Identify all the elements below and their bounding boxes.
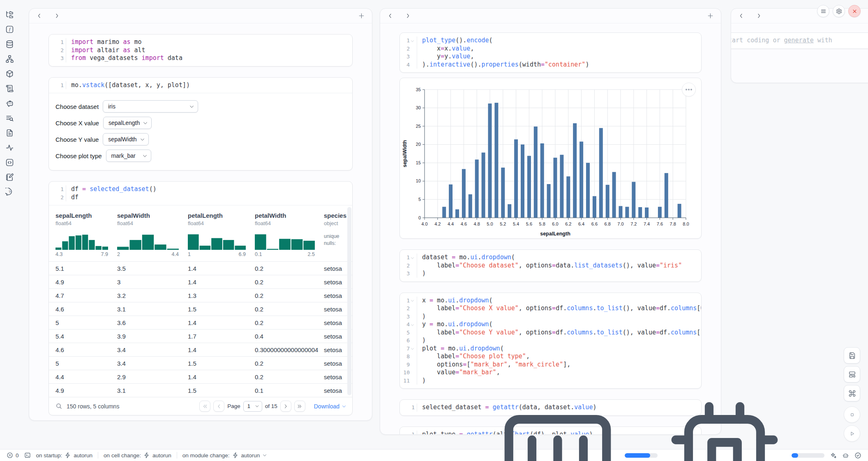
sidebar-item-scratchpad[interactable] [3, 173, 16, 182]
chart-actions-button[interactable] [682, 83, 696, 97]
code-token: value [422, 369, 455, 376]
chevron-down-icon [140, 137, 145, 142]
sidebar-item-file-tree[interactable] [3, 10, 16, 19]
column-prev-button[interactable] [36, 13, 42, 19]
choose-x-value-select[interactable]: sepalLength [103, 117, 152, 129]
line-number: 1 [60, 38, 64, 46]
table-row[interactable]: 4.42.91.40.2setosa [49, 370, 352, 383]
sparkles-button[interactable] [830, 452, 837, 459]
line-number: 3 [60, 54, 64, 62]
svg-text:5.8: 5.8 [539, 221, 545, 226]
code-token: (), value [623, 304, 656, 312]
fold-chevron-icon[interactable] [410, 323, 415, 327]
code-line: 11) [400, 377, 701, 385]
last-page-button[interactable] [294, 401, 305, 412]
sidebar-item-logs[interactable] [3, 113, 16, 122]
table-column-header[interactable]: petalWidthfloat640.12.5 [255, 212, 324, 257]
code-text: mo.vstack([dataset, x, y, plot]) [66, 81, 190, 90]
sidebar-item-snippets[interactable] [3, 158, 16, 167]
code-token: ui [470, 254, 478, 261]
check-circle-button[interactable] [854, 452, 861, 459]
table-row[interactable]: 53.61.40.2setosa [49, 316, 352, 329]
next-page-button[interactable] [280, 401, 291, 412]
code-text: ) [417, 337, 426, 345]
code-editor[interactable]: 1x = mo.ui.dropdown(2 label="Choose X va… [400, 293, 701, 389]
add-cell-button[interactable] [358, 12, 365, 19]
settings-button[interactable] [833, 5, 845, 17]
table-scroll-area[interactable]: sepalLengthfloat644.37.9sepalWidthfloat6… [49, 205, 352, 397]
code-token: = [429, 297, 433, 304]
column-prev-button[interactable] [387, 13, 393, 19]
fold-chevron-icon[interactable] [410, 299, 415, 303]
choose-plot-type-select[interactable]: mark_bar [106, 150, 151, 162]
sidebar-item-help[interactable]: ? [3, 187, 16, 196]
sidebar-item-database[interactable] [3, 39, 16, 48]
table-row[interactable]: 53.41.50.2setosa [49, 356, 352, 370]
prev-page-button[interactable] [213, 401, 224, 412]
table-scrollbar[interactable] [347, 207, 351, 395]
layout-button[interactable] [844, 366, 860, 383]
table-row[interactable]: 5.13.51.40.2setosa [49, 261, 352, 275]
column-min: 1 [188, 251, 191, 257]
generate-with-ai-link[interactable]: generate [784, 37, 814, 44]
choose-y-value-select[interactable]: sepalWidth [103, 133, 149, 145]
code-editor[interactable]: 1plot_type().encode(2 x=x.value,3 y=y.va… [400, 33, 701, 72]
page-select[interactable]: 1 [243, 401, 262, 412]
code-editor[interactable]: 1dataset = mo.ui.dropdown(2 label="Choos… [400, 250, 701, 281]
close-button[interactable] [848, 5, 861, 17]
error-count[interactable]: 0 [7, 452, 19, 459]
fold-chevron-icon[interactable] [410, 256, 415, 260]
terminal-button[interactable] [24, 452, 31, 459]
table-cell: 0.4 [255, 333, 324, 340]
table-column-header[interactable]: sepalLengthfloat644.37.9 [55, 212, 117, 257]
code-editor[interactable]: 1mo.vstack([dataset, x, y, plot]) [49, 78, 352, 93]
code-editor[interactable]: 1import marimo as mo2import altair as al… [49, 35, 352, 66]
runtime-setting-3[interactable]: on module change:autorun [182, 452, 268, 459]
first-page-button[interactable] [199, 401, 210, 412]
control-row: Choose Y valuesepalWidth [55, 133, 346, 145]
runtime-setting-2[interactable]: on cell change:autorun [104, 452, 171, 459]
code-editor[interactable]: 1Start coding or generate with [731, 33, 868, 48]
line-number: 3 [406, 270, 410, 278]
table-row[interactable]: 5.43.91.70.4setosa [49, 329, 352, 343]
line-number-gutter: 4 [400, 320, 417, 329]
table-row[interactable]: 4.63.11.50.2setosa [49, 302, 352, 316]
table-row[interactable]: 4.63.41.40.30000000000000004setosa [49, 343, 352, 356]
table-column-header[interactable]: sepalWidthfloat6424.4 [117, 212, 188, 257]
table-row[interactable]: 4.93.11.50.1setosa [49, 383, 352, 397]
column-next-button[interactable] [405, 13, 411, 19]
help-icon: ? [5, 188, 14, 196]
sidebar-item-function[interactable]: f [3, 25, 16, 34]
fold-chevron-icon[interactable] [410, 347, 415, 351]
bar-chart[interactable]: 4.04.24.44.64.85.05.25.45.65.86.06.26.46… [400, 78, 701, 238]
column-prev-button[interactable] [738, 13, 744, 19]
sidebar-item-documentation[interactable] [3, 128, 16, 137]
choose-dataset-select[interactable]: iris [103, 100, 198, 113]
sidebar-item-script[interactable] [3, 84, 16, 93]
table-row[interactable]: 4.931.40.2setosa [49, 275, 352, 288]
runtime-setting-1[interactable]: on startup:autorun [36, 452, 93, 459]
chevron-down-icon [189, 104, 194, 109]
save-button[interactable] [844, 347, 860, 364]
search-icon[interactable] [55, 403, 62, 410]
sidebar-item-package[interactable] [3, 69, 16, 78]
code-editor[interactable]: 1df = selected_dataset()2df [49, 182, 352, 205]
table-row[interactable]: 4.73.21.30.2setosa [49, 288, 352, 302]
sidebar-item-chat[interactable] [3, 99, 16, 108]
y-axis-title: sepalWidth [402, 140, 408, 168]
table-column-header[interactable]: petalLengthfloat6416.9 [188, 212, 255, 257]
code-token: , [470, 53, 474, 60]
code-line: 1df = selected_dataset() [49, 185, 352, 194]
menu-button[interactable] [817, 5, 829, 17]
line-number-gutter: 3 [400, 53, 417, 61]
code-token: . [455, 297, 459, 304]
copilot-button[interactable] [842, 452, 849, 459]
sidebar-item-dependency-graph[interactable] [3, 54, 16, 63]
fold-chevron-icon[interactable] [410, 39, 415, 43]
column-next-button[interactable] [54, 13, 60, 19]
column-next-button[interactable] [756, 13, 762, 19]
download-button[interactable]: Download [314, 403, 346, 410]
code-token: (), value [623, 329, 656, 336]
sidebar-item-tracer[interactable] [3, 143, 16, 152]
add-cell-button[interactable] [707, 12, 714, 19]
